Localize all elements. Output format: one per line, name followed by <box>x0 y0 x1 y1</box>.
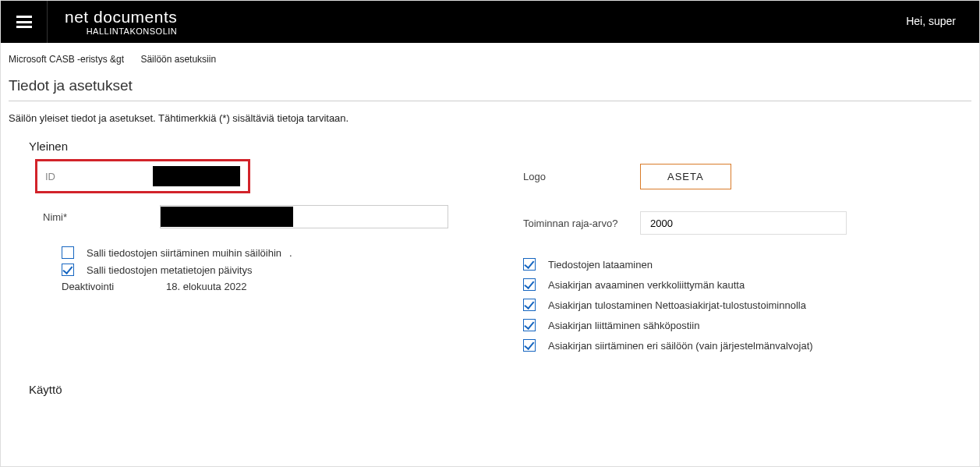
allow-meta-row: Salli tiedostojen metatietojen päivitys <box>62 264 469 276</box>
download-label: Tiedostojen lataaminen <box>548 259 653 271</box>
column-right: Logo ASETA Toiminnan raja-arvo? Tiedosto… <box>469 156 971 359</box>
allow-move-checkbox[interactable] <box>62 246 74 259</box>
app-header: net documents HALLINTAKONSOLIN Hei, supe… <box>1 1 979 43</box>
page-description: Säilön yleiset tiedot ja asetukset. Täht… <box>9 101 971 140</box>
logo-label: Logo <box>523 171 640 182</box>
move-cab-label: Asiakirjan siirtäminen eri säilöön (vain… <box>548 340 813 352</box>
breadcrumb-item-1[interactable]: Microsoft CASB -eristys &gt <box>9 54 124 65</box>
deactivation-row: Deaktivointi 18. elokuuta 2022 <box>62 281 469 292</box>
email-label: Asiakirjan liittäminen sähköpostiin <box>548 320 699 331</box>
set-logo-button[interactable]: ASETA <box>640 164 731 189</box>
name-label: Nimi* <box>43 211 160 223</box>
deactivation-value: 18. elokuuta 2022 <box>166 281 246 292</box>
name-value-redacted <box>161 207 293 227</box>
user-greeting: Hei, super <box>906 15 956 27</box>
brand-title: net documents <box>65 8 177 26</box>
open-web-row: Asiakirjan avaaminen verkkoliittymän kau… <box>523 278 971 291</box>
id-highlight-box: ID <box>35 159 250 193</box>
hamburger-icon <box>16 16 32 28</box>
limit-row: Toiminnan raja-arvo? <box>523 211 971 235</box>
email-checkbox[interactable] <box>523 319 536 331</box>
email-row: Asiakirjan liittäminen sähköpostiin <box>523 319 971 331</box>
limit-label: Toiminnan raja-arvo? <box>523 218 640 229</box>
print-row: Asiakirjan tulostaminen Nettoasiakirjat-… <box>523 299 971 311</box>
move-cab-row: Asiakirjan siirtäminen eri säilöön (vain… <box>523 339 971 352</box>
allow-move-dot: . <box>289 247 292 259</box>
column-left: ID Nimi* Salli tiedostojen siirtäminen m… <box>9 156 469 359</box>
limit-input[interactable] <box>640 211 847 235</box>
id-label: ID <box>45 171 153 182</box>
right-checkbox-group: Tiedostojen lataaminen Asiakirjan avaami… <box>523 258 971 352</box>
move-cab-checkbox[interactable] <box>523 339 536 352</box>
download-checkbox[interactable] <box>523 258 536 271</box>
name-row: Nimi* <box>43 201 469 232</box>
allow-meta-label: Salli tiedostojen metatietojen päivitys <box>87 264 252 276</box>
open-web-checkbox[interactable] <box>523 278 536 291</box>
deactivation-label: Deaktivointi <box>62 281 166 292</box>
left-checkbox-group: Salli tiedostojen siirtäminen muihin säi… <box>43 246 469 292</box>
allow-move-row: Salli tiedostojen siirtäminen muihin säi… <box>62 246 469 259</box>
logo-row: Logo ASETA <box>523 164 971 189</box>
form-columns: ID Nimi* Salli tiedostojen siirtäminen m… <box>9 156 971 359</box>
page-title: Tiedot ja asetukset <box>9 73 971 101</box>
download-row: Tiedostojen lataaminen <box>523 258 971 271</box>
breadcrumb: Microsoft CASB -eristys &gt Säilöön aset… <box>9 51 971 73</box>
brand-subtitle: HALLINTAKONSOLIN <box>65 27 177 36</box>
open-web-label: Asiakirjan avaaminen verkkoliittymän kau… <box>548 279 745 291</box>
allow-meta-checkbox[interactable] <box>62 264 74 276</box>
page-content: Microsoft CASB -eristys &gt Säilöön aset… <box>1 43 979 396</box>
menu-button[interactable] <box>1 1 48 43</box>
allow-move-label: Salli tiedostojen siirtäminen muihin säi… <box>87 247 281 259</box>
brand-block: net documents HALLINTAKONSOLIN <box>65 8 177 35</box>
print-checkbox[interactable] <box>523 299 536 311</box>
breadcrumb-item-2[interactable]: Säilöön asetuksiin <box>140 54 216 65</box>
section-usage-label: Käyttö <box>29 383 971 396</box>
section-general-label: Yleinen <box>29 140 971 153</box>
name-input[interactable] <box>160 205 448 228</box>
print-label: Asiakirjan tulostaminen Nettoasiakirjat-… <box>548 299 806 311</box>
id-value-redacted <box>153 166 240 186</box>
